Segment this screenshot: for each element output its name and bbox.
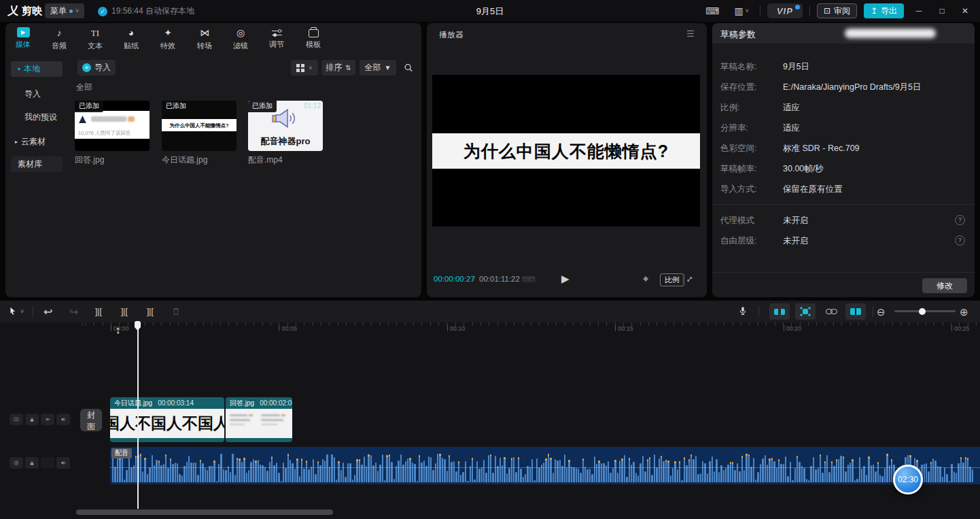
video-preview[interactable]: 为什么中国人不能懒惰点? — [432, 75, 700, 227]
waveform-bar — [792, 480, 793, 482]
waveform-bar — [877, 462, 879, 482]
playhead-line[interactable] — [137, 322, 139, 509]
timeline-clip-answer[interactable]: 回答.jpg 00:00:02:00 — [226, 397, 292, 442]
waveform-bar — [241, 462, 243, 482]
search-button[interactable] — [400, 60, 417, 76]
ruler-labels[interactable]: 00:0000:0500:1000:1500:2000:25 — [0, 325, 980, 335]
split-right-button[interactable]: ]|[ — [147, 307, 154, 316]
layout-switch-button[interactable]: ▥˅ — [730, 5, 753, 17]
waveform-bar — [290, 460, 291, 482]
sidebar-item-presets[interactable]: 我的预设 — [24, 112, 57, 123]
tab-text[interactable]: TI 文本 — [80, 27, 111, 56]
waveform-bar — [315, 474, 316, 482]
waveform-bar — [700, 473, 701, 482]
waveform-bar — [276, 463, 277, 483]
timeline-zoom-slider[interactable] — [894, 310, 956, 312]
waveform-bar — [635, 473, 637, 482]
waveform-bar — [306, 461, 307, 482]
split-button[interactable]: ]|[ — [95, 307, 102, 316]
zoom-in-button[interactable]: ⊕ — [960, 306, 968, 318]
frame-preview-icon[interactable]: ⌖ — [643, 273, 648, 285]
zoom-slider-handle[interactable] — [919, 308, 926, 315]
sidebar-item-cloud[interactable]: ▸ 云素材 — [15, 136, 46, 148]
video-track-mute-button[interactable] — [56, 414, 70, 425]
vip-button[interactable]: VIP — [767, 3, 803, 18]
sort-button[interactable]: 排序 ⇅ — [321, 60, 355, 76]
media-thumbnail: 已添加 10,076 人赞同了该回答 — [75, 101, 150, 151]
param-row-proxy: 代理模式 未开启 ? — [712, 215, 975, 226]
waveform-bar — [156, 460, 157, 482]
undo-button[interactable]: ↩ — [43, 305, 52, 318]
tab-transition[interactable]: ⋈ 转场 — [189, 27, 220, 56]
sidebar-item-import[interactable]: 导入 — [24, 88, 41, 100]
divider — [712, 204, 975, 205]
media-item-topic[interactable]: 已添加 为什么中国人不能懒惰点? 今日话题.jpg — [162, 101, 237, 166]
waveform-bar — [458, 461, 459, 482]
minimize-button[interactable]: ─ — [911, 5, 927, 16]
waveform-bar — [343, 463, 344, 482]
timeline-clip-topic[interactable]: 今日话题.jpg 00:00:03:14 国人不国人不国人不国人 — [110, 397, 224, 442]
waveform-bar — [677, 469, 678, 482]
split-left-button[interactable]: ]|[ — [121, 307, 128, 316]
redo-button[interactable]: ↪ — [69, 305, 78, 318]
media-item-answer[interactable]: 已添加 10,076 人赞同了该回答 回答.jpg — [75, 101, 150, 166]
filter-button[interactable]: 全部 ▼ — [360, 60, 396, 76]
waveform-bar — [656, 467, 657, 482]
delete-button[interactable] — [171, 306, 181, 316]
zoom-out-button[interactable]: ⊖ — [877, 306, 886, 318]
auto-ripple-toggle[interactable] — [769, 303, 790, 320]
select-tool-button[interactable] — [8, 306, 18, 316]
ratio-button[interactable]: 比例 — [660, 273, 684, 286]
help-icon[interactable]: ? — [955, 215, 965, 225]
tab-sticker[interactable]: ◕ 贴纸 — [116, 27, 147, 56]
maximize-button[interactable]: □ — [934, 5, 950, 16]
waveform-bar — [757, 472, 758, 482]
tab-filter[interactable]: ◎ 滤镜 — [225, 27, 256, 56]
video-track-lock-button[interactable] — [25, 414, 39, 425]
sidebar-item-library[interactable]: 素材库 — [11, 156, 63, 172]
help-icon[interactable]: ? — [955, 235, 965, 246]
audio-track-mute-button[interactable] — [56, 457, 70, 469]
timeline-audio-clip[interactable]: 配音 — [110, 447, 980, 484]
tab-media[interactable]: ▶ 媒体 — [7, 27, 39, 56]
timeline-horizontal-scrollbar[interactable] — [76, 509, 333, 515]
tab-effects[interactable]: ✦ 特效 — [152, 27, 183, 56]
tab-audio[interactable]: ♪ 音频 — [43, 27, 75, 56]
cover-button[interactable]: 封面 — [80, 409, 102, 431]
waveform-bar — [354, 475, 355, 482]
play-button[interactable]: ▶ — [561, 273, 570, 285]
record-voiceover-button[interactable] — [738, 305, 748, 316]
preview-axis-toggle[interactable] — [845, 303, 866, 320]
review-button[interactable]: ⊡ 审阅 — [817, 3, 857, 18]
param-row-ratio: 比例: 适应 — [712, 102, 975, 113]
waveform-bar — [393, 479, 395, 482]
waveform-bar — [520, 469, 521, 482]
waveform-bar — [714, 471, 715, 482]
floating-timer-badge[interactable]: 02:30 — [893, 465, 923, 495]
tab-template[interactable]: 模板 — [298, 27, 329, 56]
media-item-voiceover[interactable]: 已添加 01:12 配音神器pro 配音.mp4 — [248, 101, 323, 166]
video-track-type-icon[interactable] — [10, 414, 23, 425]
tab-adjust[interactable]: 调节 — [261, 27, 292, 56]
view-mode-button[interactable]: ˅ — [291, 60, 318, 76]
preview-axis-icon — [850, 308, 861, 315]
shortcut-keys-icon[interactable]: ⌨ — [701, 5, 723, 17]
audio-track-type-icon[interactable] — [10, 457, 23, 469]
chevron-down-icon[interactable]: ˅ — [20, 308, 24, 315]
sidebar-item-local[interactable]: ▾ 本地 — [11, 61, 63, 77]
import-button[interactable]: + 导入 — [77, 60, 116, 76]
close-button[interactable]: ✕ — [957, 5, 973, 16]
waveform-bar — [737, 463, 738, 482]
fullscreen-icon[interactable]: ↕ — [688, 273, 693, 284]
modify-button[interactable]: 修改 — [922, 278, 967, 293]
waveform-bar — [926, 463, 927, 482]
export-button[interactable]: ↥ 导出 — [864, 3, 904, 18]
preview-list-icon[interactable]: ▤▤ — [522, 274, 535, 283]
waveform-bar — [765, 455, 766, 482]
player-menu-icon[interactable]: ☰ — [682, 28, 699, 39]
topbar-right-actions: ⌨ ▥˅ VIP ⊡ 审阅 ↥ 导出 ─ □ ✕ — [701, 0, 980, 22]
link-toggle[interactable] — [821, 303, 841, 320]
magnetic-snap-toggle[interactable] — [795, 303, 816, 320]
audio-track-lock-button[interactable] — [25, 457, 39, 469]
video-track-visibility-button[interactable] — [41, 414, 54, 425]
